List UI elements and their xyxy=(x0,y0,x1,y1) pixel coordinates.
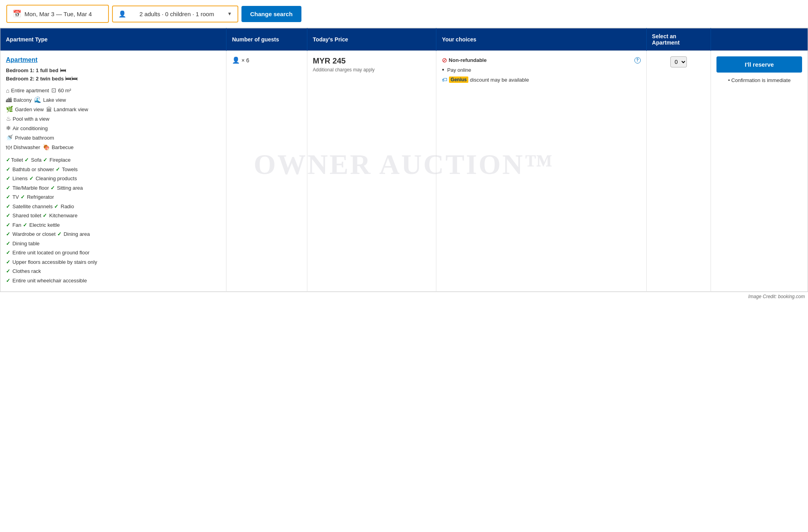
genius-text: discount may be available xyxy=(470,77,529,83)
amenity-row-3: 🌿 Garden view 🏛 Landmark view xyxy=(6,106,221,113)
check-icon: ✓ xyxy=(6,268,10,274)
help-icon[interactable]: ? xyxy=(634,57,641,63)
choices-cell: ⊘ Non-refundable ? • Pay online 🏷 Genius… xyxy=(436,51,646,292)
amenities-checklist: ✓Toilet ✓ Sofa ✓ Fireplace ✓ Bathtub or … xyxy=(6,156,221,284)
genius-badge: Genius xyxy=(449,77,468,83)
genius-discount-row: 🏷 Genius discount may be available xyxy=(442,77,640,83)
lake-icon: 🌊 xyxy=(34,96,41,103)
bedroom1-info: Bedroom 1: 1 full bed 🛏 xyxy=(6,67,221,74)
pool-icon: ♨ xyxy=(6,115,11,122)
apartment-title-link[interactable]: Apartment xyxy=(6,56,221,63)
checklist-item-1: ✓Toilet ✓ Sofa ✓ Fireplace xyxy=(6,156,221,164)
checklist-item-9: ✓ Wardrobe or closet ✓ Dining area xyxy=(6,230,221,238)
quantity-select[interactable]: 0 1 2 3 xyxy=(670,56,687,67)
pay-online-label: Pay online xyxy=(447,67,471,73)
balcony-icon: 🏙 xyxy=(6,97,12,103)
no-entry-icon: ⊘ xyxy=(442,56,447,64)
table-header: Apartment Type Number of guests Today's … xyxy=(0,28,808,51)
person-icon: 👤 xyxy=(118,10,126,18)
check-icon: ✓ xyxy=(6,259,10,265)
checklist-item-8: ✓ Fan ✓ Electric kettle xyxy=(6,221,221,229)
checklist-item-2: ✓ Bathtub or shower ✓ Towels xyxy=(6,166,221,174)
check-icon: ✓ xyxy=(6,278,10,284)
checklist-item-13: ✓ Clothes rack xyxy=(6,267,221,275)
non-refundable-label: Non-refundable xyxy=(449,57,486,63)
landmark-icon: 🏛 xyxy=(46,106,52,113)
pool-amenity: ♨ Pool with a view xyxy=(6,115,49,122)
header-choices: Your choices xyxy=(436,28,646,51)
dishwasher-amenity: 🍽 Dishwasher xyxy=(6,144,40,151)
check-icon: ✓ xyxy=(21,194,25,200)
balcony-amenity: 🏙 Balcony xyxy=(6,97,32,103)
price-cell: MYR 245 Additional charges may apply xyxy=(307,51,436,292)
reserve-cell: I'll reserve Confirmation is immediate xyxy=(711,51,808,292)
bbq-icon: 🍖 xyxy=(43,144,50,151)
ac-icon: ❄ xyxy=(6,125,11,132)
checklist-item-7: ✓ Shared toilet ✓ Kitchenware xyxy=(6,212,221,220)
search-bar: 📅 Mon, Mar 3 — Tue, Mar 4 👤 2 adults · 0… xyxy=(0,0,808,28)
checklist-item-10: ✓ Dining table xyxy=(6,240,221,248)
check-icon: ✓ xyxy=(6,250,10,256)
check-icon: ✓ xyxy=(6,231,10,237)
header-price: Today's Price xyxy=(307,28,436,51)
bullet-icon: • xyxy=(442,66,444,73)
reserve-button[interactable]: I'll reserve xyxy=(716,56,802,73)
header-select: Select an Apartment xyxy=(646,28,711,51)
image-credit: Image Credit: booking.com xyxy=(0,292,808,301)
garden-view-amenity: 🌿 Garden view xyxy=(6,106,44,113)
header-reserve xyxy=(711,28,808,51)
check-icon: ✓ xyxy=(43,213,47,218)
size-amenity: ⊡ 60 m² xyxy=(51,87,71,94)
checklist-item-5: ✓ TV ✓ Refrigerator xyxy=(6,193,221,201)
check-icon: ✓ xyxy=(6,241,10,246)
check-icon: ✓ xyxy=(23,222,27,228)
amenity-row-4: ♨ Pool with a view xyxy=(6,115,221,122)
check-icon: ✓ xyxy=(6,194,10,200)
date-range-text: Mon, Mar 3 — Tue, Mar 4 xyxy=(24,11,92,17)
check-icon: ✓ xyxy=(43,157,47,163)
select-cell: 0 1 2 3 xyxy=(646,51,711,292)
header-guests: Number of guests xyxy=(226,28,307,51)
size-icon: ⊡ xyxy=(51,87,56,94)
bedroom2-info: Bedroom 2: 2 twin beds 🛏🛏 xyxy=(6,75,221,82)
checklist-item-11: ✓ Entire unit located on ground floor xyxy=(6,249,221,257)
check-icon: ✓ xyxy=(6,157,10,163)
garden-icon: 🌿 xyxy=(6,106,13,113)
guests-cell: 👤 × 6 xyxy=(226,51,307,292)
checklist-item-6: ✓ Satellite channels ✓ Radio xyxy=(6,203,221,211)
tag-icon: 🏷 xyxy=(442,77,447,83)
check-icon: ✓ xyxy=(6,222,10,228)
dishwasher-icon: 🍽 xyxy=(6,144,12,151)
check-icon: ✓ xyxy=(6,175,10,181)
non-refundable-row: ⊘ Non-refundable ? xyxy=(442,56,640,64)
price-main: MYR 245 xyxy=(313,56,431,65)
check-icon: ✓ xyxy=(6,166,10,172)
guests-selector[interactable]: 👤 2 adults · 0 children · 1 room ▼ xyxy=(112,6,238,22)
amenity-row-6: 🚿 Private bathroom xyxy=(6,134,221,141)
bathroom-amenity: 🚿 Private bathroom xyxy=(6,134,54,141)
checklist-item-12: ✓ Upper floors accessible by stairs only xyxy=(6,258,221,266)
change-search-button[interactable]: Change search xyxy=(241,6,301,22)
bed1-icon: 🛏 xyxy=(60,67,66,74)
check-icon: ✓ xyxy=(24,157,29,163)
availability-table-container: OWNER AUCTION™ Apartment Type Number of … xyxy=(0,28,808,301)
chevron-down-icon: ▼ xyxy=(227,11,232,17)
check-icon: ✓ xyxy=(56,166,60,172)
amenity-row-5: ❄ Air conditioning xyxy=(6,125,221,132)
table-row: Apartment Bedroom 1: 1 full bed 🛏 Bedroo… xyxy=(0,51,808,292)
header-apartment-type: Apartment Type xyxy=(0,28,226,51)
pay-online-row: • Pay online xyxy=(442,66,640,73)
person-icon: 👤 xyxy=(232,57,240,63)
guests-text: 2 adults · 0 children · 1 room xyxy=(139,11,214,17)
price-note: Additional charges may apply xyxy=(313,67,431,73)
check-icon: ✓ xyxy=(6,203,10,209)
amenity-icons-list: ⌂ Entire apartment ⊡ 60 m² 🏙 Balc xyxy=(6,87,221,151)
calendar-icon: 📅 xyxy=(13,9,21,18)
date-range-picker[interactable]: 📅 Mon, Mar 3 — Tue, Mar 4 xyxy=(6,5,109,23)
amenity-row-2: 🏙 Balcony 🌊 Lake view xyxy=(6,96,221,103)
check-icon: ✓ xyxy=(29,175,34,181)
check-icon: ✓ xyxy=(50,185,55,191)
check-icon: ✓ xyxy=(57,231,62,237)
entire-apt-amenity: ⌂ Entire apartment xyxy=(6,87,49,94)
check-icon: ✓ xyxy=(54,203,58,209)
